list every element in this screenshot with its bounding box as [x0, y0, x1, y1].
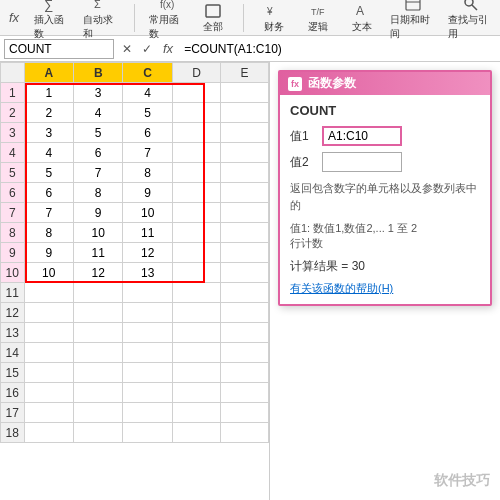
cell-e16[interactable]	[221, 383, 269, 403]
cell-b18[interactable]	[73, 423, 122, 443]
cell-b4[interactable]: 6	[73, 143, 122, 163]
cell-c3[interactable]: 6	[123, 123, 172, 143]
cell-b2[interactable]: 4	[73, 103, 122, 123]
cell-e17[interactable]	[221, 403, 269, 423]
cell-b9[interactable]: 11	[73, 243, 122, 263]
datetime-button[interactable]: 日期和时间	[390, 0, 436, 41]
cell-c8[interactable]: 11	[123, 223, 172, 243]
cell-b14[interactable]	[73, 343, 122, 363]
cell-b12[interactable]	[73, 303, 122, 323]
cell-e8[interactable]	[221, 223, 269, 243]
param2-input[interactable]	[322, 152, 402, 172]
cell-b8[interactable]: 10	[73, 223, 122, 243]
cell-d14[interactable]	[172, 343, 220, 363]
cell-a5[interactable]: 5	[24, 163, 73, 183]
cell-e11[interactable]	[221, 283, 269, 303]
cell-e13[interactable]	[221, 323, 269, 343]
cell-e1[interactable]	[221, 83, 269, 103]
cell-a16[interactable]	[24, 383, 73, 403]
cell-c9[interactable]: 12	[123, 243, 172, 263]
cell-c17[interactable]	[123, 403, 172, 423]
param1-input[interactable]	[322, 126, 402, 146]
cell-e14[interactable]	[221, 343, 269, 363]
cell-e2[interactable]	[221, 103, 269, 123]
cell-e15[interactable]	[221, 363, 269, 383]
formula-input[interactable]: =COUNT(A1:C10)	[180, 42, 496, 56]
cell-c15[interactable]	[123, 363, 172, 383]
cell-e10[interactable]	[221, 263, 269, 283]
cell-d3[interactable]	[172, 123, 220, 143]
cell-c5[interactable]: 8	[123, 163, 172, 183]
cell-d16[interactable]	[172, 383, 220, 403]
cell-d8[interactable]	[172, 223, 220, 243]
cell-e4[interactable]	[221, 143, 269, 163]
cell-b5[interactable]: 7	[73, 163, 122, 183]
cell-a12[interactable]	[24, 303, 73, 323]
col-header-d[interactable]: D	[172, 63, 220, 83]
cell-b10[interactable]: 12	[73, 263, 122, 283]
cell-d6[interactable]	[172, 183, 220, 203]
text-button[interactable]: A 文本	[346, 2, 378, 34]
col-header-c[interactable]: C	[123, 63, 172, 83]
cell-d7[interactable]	[172, 203, 220, 223]
cell-e9[interactable]	[221, 243, 269, 263]
cell-a17[interactable]	[24, 403, 73, 423]
cell-c13[interactable]	[123, 323, 172, 343]
common-func-button[interactable]: f(x) 常用函数	[149, 0, 186, 41]
cell-d4[interactable]	[172, 143, 220, 163]
all-button[interactable]: 全部	[197, 2, 229, 34]
cell-d12[interactable]	[172, 303, 220, 323]
cell-b6[interactable]: 8	[73, 183, 122, 203]
col-header-a[interactable]: A	[24, 63, 73, 83]
cell-d18[interactable]	[172, 423, 220, 443]
cell-a3[interactable]: 3	[24, 123, 73, 143]
col-header-e[interactable]: E	[221, 63, 269, 83]
cell-c2[interactable]: 5	[123, 103, 172, 123]
logic-button[interactable]: T/F 逻辑	[302, 2, 334, 34]
cell-b17[interactable]	[73, 403, 122, 423]
cell-c6[interactable]: 9	[123, 183, 172, 203]
cell-a2[interactable]: 2	[24, 103, 73, 123]
cell-a11[interactable]	[24, 283, 73, 303]
cell-c12[interactable]	[123, 303, 172, 323]
cell-d5[interactable]	[172, 163, 220, 183]
cell-c18[interactable]	[123, 423, 172, 443]
cell-b11[interactable]	[73, 283, 122, 303]
name-box[interactable]: COUNT	[4, 39, 114, 59]
cell-a4[interactable]: 4	[24, 143, 73, 163]
col-header-b[interactable]: B	[73, 63, 122, 83]
cell-d1[interactable]	[172, 83, 220, 103]
cell-e7[interactable]	[221, 203, 269, 223]
cancel-btn[interactable]: ✕	[118, 40, 136, 58]
cell-d13[interactable]	[172, 323, 220, 343]
cell-a13[interactable]	[24, 323, 73, 343]
cell-d10[interactable]	[172, 263, 220, 283]
cell-a15[interactable]	[24, 363, 73, 383]
cell-e3[interactable]	[221, 123, 269, 143]
cell-c11[interactable]	[123, 283, 172, 303]
finance-button[interactable]: ¥ 财务	[258, 2, 290, 34]
help-link[interactable]: 有关该函数的帮助(H)	[290, 282, 393, 294]
cell-b13[interactable]	[73, 323, 122, 343]
cell-d9[interactable]	[172, 243, 220, 263]
cell-b3[interactable]: 5	[73, 123, 122, 143]
cell-e12[interactable]	[221, 303, 269, 323]
cell-b16[interactable]	[73, 383, 122, 403]
cell-d11[interactable]	[172, 283, 220, 303]
cell-c10[interactable]: 13	[123, 263, 172, 283]
cell-a6[interactable]: 6	[24, 183, 73, 203]
insert-func-button[interactable]: ∑ 插入函数	[34, 0, 71, 41]
confirm-btn[interactable]: ✓	[138, 40, 156, 58]
cell-a9[interactable]: 9	[24, 243, 73, 263]
cell-c4[interactable]: 7	[123, 143, 172, 163]
cell-b1[interactable]: 3	[73, 83, 122, 103]
cell-e6[interactable]	[221, 183, 269, 203]
cell-e5[interactable]	[221, 163, 269, 183]
cell-d15[interactable]	[172, 363, 220, 383]
cell-a1[interactable]: 1	[24, 83, 73, 103]
cell-d2[interactable]	[172, 103, 220, 123]
cell-c16[interactable]	[123, 383, 172, 403]
cell-c7[interactable]: 10	[123, 203, 172, 223]
cell-d17[interactable]	[172, 403, 220, 423]
cell-a10[interactable]: 10	[24, 263, 73, 283]
